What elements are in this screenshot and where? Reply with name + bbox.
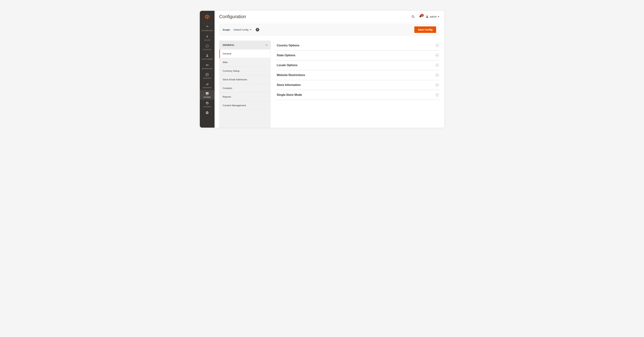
sidebar-item-dashboard[interactable]: DASHBOARD — [200, 23, 214, 33]
sidebar-item-customers[interactable]: CUSTOMERS — [200, 52, 214, 62]
section-title: State Options — [277, 54, 296, 57]
sidebar-item-label: CONTENT — [203, 77, 212, 79]
storefront-icon — [206, 92, 209, 96]
config-subitem-general[interactable]: General — [220, 50, 270, 58]
caret-down-icon — [438, 16, 439, 17]
chevron-down-icon — [436, 44, 439, 47]
chevron-down-icon — [436, 74, 439, 77]
section-store-information[interactable]: Store Information — [276, 80, 440, 90]
magento-logo[interactable] — [200, 11, 214, 23]
page-title: Configuration — [219, 14, 246, 19]
scope-bar: Scope: Default Config ? Save Config — [219, 24, 440, 36]
chevron-down-icon — [436, 64, 439, 67]
app-window: DASHBOARD$SALESCATALOGCUSTOMERSMARKETING… — [200, 11, 444, 128]
config-body: GENERAL GeneralWebCurrency SetupStore Em… — [214, 36, 444, 128]
admin-sidebar: DASHBOARD$SALESCATALOGCUSTOMERSMARKETING… — [200, 11, 214, 128]
sidebar-item-label: MARKETING — [202, 68, 212, 70]
config-subitem-reports[interactable]: Reports — [220, 92, 270, 101]
scope-label: Scope: — [223, 28, 230, 31]
sidebar-item-catalog[interactable]: CATALOG — [200, 42, 214, 52]
sidebar-item-label: SYSTEM — [204, 106, 211, 108]
search-button[interactable] — [411, 15, 415, 19]
svg-line-8 — [414, 17, 414, 18]
notifications-button[interactable]: 1 — [418, 15, 422, 19]
sidebar-item-system[interactable]: SYSTEM — [200, 100, 214, 109]
sidebar-item-sales[interactable]: $SALES — [200, 33, 214, 42]
section-locale-options[interactable]: Locale Options — [276, 60, 440, 70]
sidebar-item-label: STORES — [204, 96, 211, 98]
section-title: Website Restrictions — [277, 74, 305, 77]
config-subitem-content-management[interactable]: Content Management — [220, 101, 270, 110]
config-subitem-store-email-addresses[interactable]: Store Email Addresses — [220, 75, 270, 84]
user-menu[interactable]: admin — [426, 15, 439, 18]
person-icon — [206, 54, 209, 57]
chevron-down-icon — [436, 93, 439, 96]
megaphone-icon — [206, 63, 209, 67]
section-title: Country Options — [277, 44, 299, 47]
box-icon — [206, 44, 209, 48]
help-button[interactable]: ? — [256, 28, 259, 32]
user-icon — [426, 15, 429, 18]
notification-badge: 1 — [420, 14, 424, 17]
sidebar-item-stores[interactable]: STORES — [200, 90, 214, 100]
chevron-down-icon — [436, 84, 439, 87]
svg-rect-1 — [206, 73, 208, 76]
config-group-general[interactable]: GENERAL — [220, 41, 270, 50]
config-group-label: GENERAL — [223, 44, 235, 46]
section-website-restrictions[interactable]: Website Restrictions — [276, 70, 440, 80]
svg-rect-6 — [208, 83, 208, 85]
svg-rect-4 — [206, 84, 207, 85]
user-name: admin — [430, 15, 437, 18]
main-area: Configuration 1 admin Scope: Default Con… — [214, 11, 444, 128]
config-subitem-contacts[interactable]: Contacts — [220, 84, 270, 92]
chevron-down-icon — [436, 54, 439, 57]
sidebar-item-extensions[interactable] — [200, 109, 214, 116]
save-config-button[interactable]: Save Config — [414, 26, 436, 33]
puzzle-icon — [206, 111, 209, 114]
config-nav: GENERAL GeneralWebCurrency SetupStore Em… — [219, 40, 270, 128]
gear-icon — [206, 101, 209, 105]
config-content: Country OptionsState OptionsLocale Optio… — [270, 40, 440, 128]
dollar-icon: $ — [206, 35, 209, 38]
bars-icon — [206, 82, 209, 86]
question-icon: ? — [257, 28, 258, 31]
section-title: Store Information — [277, 84, 300, 87]
scope-value: Default Config — [234, 28, 248, 31]
section-title: Locale Options — [277, 64, 298, 67]
scope-select[interactable]: Default Config — [234, 28, 251, 31]
sidebar-item-label: DASHBOARD — [202, 30, 213, 32]
sidebar-item-label: SALES — [204, 39, 210, 41]
caret-down-icon — [250, 29, 252, 30]
sidebar-item-marketing[interactable]: MARKETING — [200, 62, 214, 71]
magento-logo-icon — [204, 14, 210, 20]
config-subitem-currency-setup[interactable]: Currency Setup — [220, 67, 270, 75]
svg-point-7 — [412, 16, 414, 17]
sidebar-item-reports[interactable]: REPORTS — [200, 80, 214, 90]
dashboard-icon — [206, 25, 209, 29]
svg-rect-5 — [207, 84, 208, 85]
svg-text:$: $ — [206, 35, 208, 38]
section-state-options[interactable]: State Options — [276, 50, 440, 60]
sidebar-item-label: CATALOG — [203, 48, 211, 50]
section-single-store-mode[interactable]: Single-Store Mode — [276, 90, 440, 100]
sidebar-item-content[interactable]: CONTENT — [200, 71, 214, 80]
search-icon — [411, 15, 415, 18]
config-subitem-web[interactable]: Web — [220, 58, 270, 67]
layout-icon — [206, 73, 209, 76]
topbar: Configuration 1 admin — [214, 11, 444, 23]
sidebar-item-label: CUSTOMERS — [202, 58, 213, 60]
section-country-options[interactable]: Country Options — [276, 40, 440, 50]
chevron-up-icon — [266, 44, 268, 46]
section-title: Single-Store Mode — [277, 93, 302, 96]
sidebar-item-label: REPORTS — [203, 87, 212, 88]
